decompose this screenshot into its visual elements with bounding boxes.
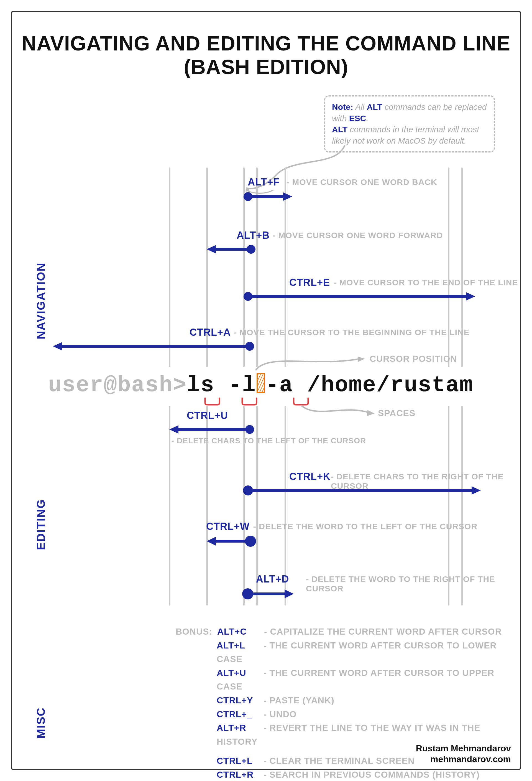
shortcut-alt-b: ALT+B - MOVE CURSOR ONE WORD FORWARD	[12, 242, 520, 264]
arrow-left-icon	[169, 422, 255, 435]
kbd-ctrl-u: CTRL+U	[187, 410, 228, 421]
arrow-right-long-icon	[243, 289, 476, 302]
shortcut-alt-f: ALT+F - MOVE CURSOR ONE WORD BACK	[12, 190, 520, 212]
kbd-ctrl-k: CTRL+K	[289, 471, 330, 482]
shortcut-ctrl-w: CTRL+W - DELETE THE WORD TO THE LEFT OF …	[12, 533, 520, 556]
desc-alt-b: - MOVE CURSOR ONE WORD FORWARD	[273, 231, 443, 240]
diagram-sheet: NAVIGATING AND EDITING THE COMMAND LINE …	[11, 11, 521, 770]
arrow-left-long-icon	[52, 339, 255, 352]
note-prefix: Note:	[332, 102, 353, 112]
kbd-ctrl-e: CTRL+E	[289, 277, 330, 288]
space-bracket-icon	[241, 398, 258, 406]
shortcut-ctrl-e: CTRL+E - MOVE CURSOR TO THE END OF THE L…	[12, 289, 520, 312]
kbd-bonus-5: ALT+R	[217, 721, 261, 735]
desc-alt-f: - MOVE CURSOR ONE WORD BACK	[286, 177, 437, 187]
arrow-left-icon	[206, 533, 256, 546]
cursor-position-label: CURSOR POSITION	[370, 354, 457, 364]
kbd-alt-d: ALT+D	[256, 573, 289, 585]
shortcut-alt-d: ALT+D - DELETE THE WORD TO THE RIGHT OF …	[12, 586, 520, 608]
page-title: NAVIGATING AND EDITING THE COMMAND LINE …	[12, 32, 520, 79]
kbd-alt-b: ALT+B	[237, 230, 270, 241]
kbd-bonus-3: CTRL+Y	[217, 694, 261, 707]
note-alt-2: ALT	[332, 125, 348, 134]
credit: Rustam Mehmandarov mehmandarov.com	[416, 743, 511, 765]
desc-ctrl-w: - DELETE THE WORD TO THE LEFT OF THE CUR…	[253, 522, 477, 531]
kbd-alt-f: ALT+F	[248, 176, 279, 188]
kbd-bonus-1: ALT+L	[217, 639, 261, 653]
desc-ctrl-e: - MOVE CURSOR TO THE END OF THE LINE	[334, 278, 518, 287]
kbd-ctrl-a: CTRL+A	[189, 327, 231, 338]
kbd-ctrl-w: CTRL+W	[206, 521, 250, 532]
shortcut-ctrl-k: CTRL+K - DELETE CHARS TO THE RIGHT OF TH…	[12, 484, 520, 506]
desc-alt-d: - DELETE THE WORD TO THE RIGHT OF THE CU…	[306, 574, 520, 593]
credit-site: mehmandarov.com	[416, 754, 511, 765]
note-box: Note: All ALT commands can be replaced w…	[324, 95, 495, 153]
desc-misc-0: - CLEAR THE TERMINAL SCREEN	[264, 756, 415, 766]
note-text-1c: .	[366, 114, 368, 123]
kbd-bonus-4: CTRL+_	[217, 707, 261, 722]
shortcut-ctrl-u: CTRL+U - DELETE CHARS TO THE LEFT OF THE…	[12, 422, 520, 445]
prompt: user@bash>	[48, 373, 187, 398]
title-line-1: NAVIGATING AND EDITING THE COMMAND LINE	[12, 32, 520, 55]
note-text-2: commands in the terminal will most likel…	[332, 125, 479, 145]
note-text-1a: All	[353, 102, 367, 112]
desc-bonus-4: - UNDO	[264, 709, 297, 719]
desc-ctrl-a: - MOVE THE CURSOR TO THE BEGINNING OF TH…	[234, 328, 470, 337]
desc-bonus-3: - PASTE (YANK)	[264, 695, 335, 705]
credit-name: Rustam Mehmandarov	[416, 743, 511, 753]
space-bracket-icon	[204, 398, 221, 406]
kbd-misc-1: CTRL+R	[217, 768, 261, 781]
arrow-right-icon	[243, 190, 293, 202]
desc-bonus-0: - CAPITALIZE THE CURRENT WORD AFTER CURS…	[264, 626, 502, 636]
arrow-right-icon	[242, 586, 295, 599]
cursor-icon	[256, 373, 265, 393]
cursor-position-connector	[255, 351, 371, 373]
arrow-left-icon	[206, 242, 256, 255]
kbd-misc-0: CTRL+L	[217, 754, 261, 768]
bonus-label: BONUS:	[176, 626, 212, 636]
command-line: user@bash>ls -l -a /home/rustam	[48, 373, 503, 398]
kbd-bonus-2: ALT+U	[217, 666, 261, 680]
title-line-2: (BASH EDITION)	[12, 55, 520, 79]
kbd-bonus-0: ALT+C	[217, 625, 262, 639]
spaces-connector	[300, 402, 378, 421]
desc-misc-1: - SEARCH IN PREVIOUS COMMANDS (HISTORY)	[264, 770, 480, 780]
command-after-cursor: -a /home/rustam	[265, 373, 473, 398]
desc-ctrl-u: - DELETE CHARS TO THE LEFT OF THE CURSOR	[172, 437, 366, 445]
command-before-cursor: ls -l	[187, 373, 256, 398]
section-misc-label: MISC	[34, 707, 48, 739]
spaces-label: SPACES	[378, 408, 415, 418]
desc-ctrl-k: - DELETE CHARS TO THE RIGHT OF THE CURSO…	[331, 472, 520, 491]
note-alt: ALT	[367, 102, 382, 112]
note-esc: ESC	[349, 114, 366, 123]
